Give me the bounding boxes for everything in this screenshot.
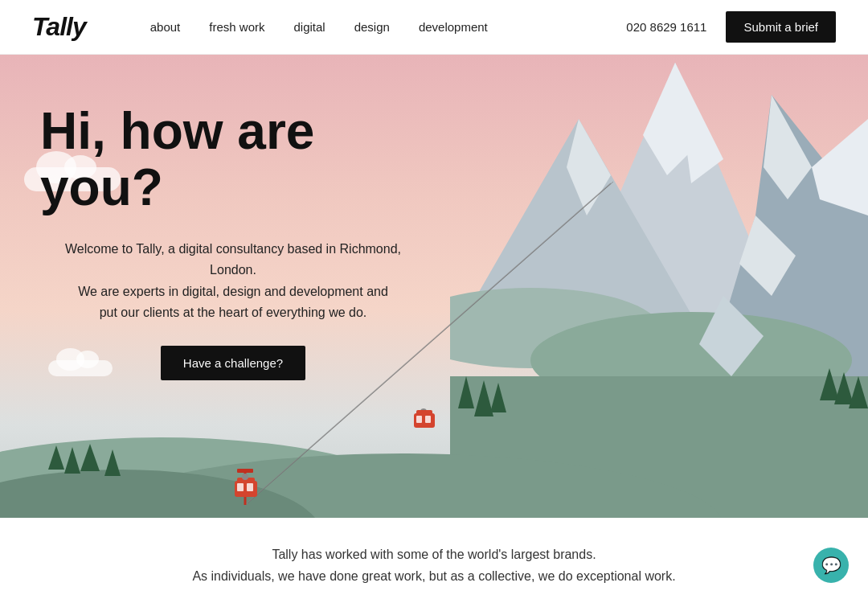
nav-item-fresh-work[interactable]: fresh work [209, 20, 264, 34]
footer-band: Tally has worked with some of the world'… [0, 518, 868, 599]
hero-content: Hi, how are you? Welcome to Tally, a dig… [40, 103, 426, 380]
nav-links: about fresh work digital design developm… [150, 20, 627, 34]
hero-subtext: Welcome to Tally, a digital consultancy … [40, 239, 426, 324]
nav-phone: 020 8629 1611 [626, 20, 706, 34]
nav-item-digital[interactable]: digital [293, 20, 325, 34]
hero-heading: Hi, how are you? [40, 103, 426, 216]
chat-button[interactable]: 💬 [813, 548, 849, 583]
footer-line1: Tally has worked with some of the world'… [32, 544, 836, 565]
site-logo[interactable]: Tally [32, 12, 86, 42]
hills-illustration [0, 389, 868, 518]
submit-brief-button[interactable]: Submit a brief [726, 11, 836, 43]
nav-item-design[interactable]: design [354, 20, 390, 34]
nav-item-about[interactable]: about [150, 20, 181, 34]
hero-section: Hi, how are you? Welcome to Tally, a dig… [0, 55, 868, 518]
nav-item-development[interactable]: development [419, 20, 488, 34]
chat-icon: 💬 [821, 556, 841, 575]
navbar: Tally about fresh work digital design de… [0, 0, 868, 55]
challenge-button[interactable]: Have a challenge? [161, 346, 305, 380]
footer-line2: As individuals, we have done great work,… [32, 565, 836, 587]
